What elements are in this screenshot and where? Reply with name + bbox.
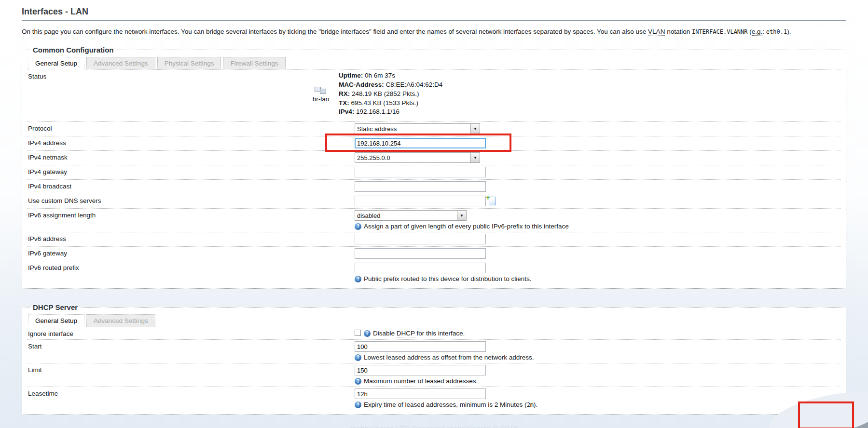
device-block: br-lan xyxy=(307,86,335,103)
help-icon: ? xyxy=(364,330,371,337)
ipv4-netmask-selected-value: 255.255.0.0 xyxy=(355,154,470,161)
help-icon: ? xyxy=(355,401,361,408)
dhcp-leasetime-help: Expiry time of leased addresses, minimum… xyxy=(364,401,537,408)
help-text: Disable xyxy=(373,330,397,337)
dhcp-limit-label: Limit xyxy=(28,365,355,374)
protocol-select[interactable]: Static address ▼ xyxy=(355,123,480,134)
custom-dns-input[interactable] xyxy=(355,196,486,206)
uptime-value: 0h 6m 37s xyxy=(365,72,395,79)
tab-advanced-settings[interactable]: Advanced Settings xyxy=(86,57,155,69)
tab-dhcp-advanced-settings[interactable]: Advanced Settings xyxy=(86,314,155,327)
custom-dns-label: Use custom DNS servers xyxy=(28,196,355,204)
ipv6-routed-prefix-input[interactable] xyxy=(355,263,486,273)
help-icon: ? xyxy=(355,354,361,361)
dhcp-leasetime-input[interactable] xyxy=(355,388,486,399)
chevron-down-icon[interactable]: ▼ xyxy=(470,153,480,162)
device-name: br-lan xyxy=(307,95,335,103)
desc-text: ). xyxy=(787,28,791,35)
chevron-down-icon[interactable]: ▼ xyxy=(457,211,466,220)
leasetime-mono: 2m xyxy=(527,401,534,408)
dhcp-start-help: Lowest leased address as offset from the… xyxy=(364,354,534,361)
help-icon: ? xyxy=(355,223,361,230)
ipv4-broadcast-label: IPv4 broadcast xyxy=(28,181,355,190)
chevron-down-icon[interactable]: ▼ xyxy=(470,124,480,134)
ipv4-broadcast-row: IPv4 broadcast xyxy=(27,180,841,194)
ignore-interface-help: Disable DHCP for this interface. xyxy=(373,330,465,337)
tab-dhcp-general-setup[interactable]: General Setup xyxy=(28,314,84,327)
dhcp-limit-row: Limit ?Maximum number of leased addresse… xyxy=(27,363,841,387)
desc-text: notation xyxy=(665,28,692,35)
ignore-interface-checkbox[interactable] xyxy=(355,330,361,336)
dhcp-abbr: DHCP xyxy=(397,330,415,337)
ipv6-assignment-label: IPv6 assignment length xyxy=(28,210,355,219)
ipv6-routed-prefix-row: IPv6 routed prefix ?Public prefix routed… xyxy=(27,261,841,284)
ipv6-assignment-selected-value: disabled xyxy=(355,212,457,219)
protocol-selected-value: Static address xyxy=(355,125,470,133)
ipv4-netmask-select[interactable]: 255.255.0.0 ▼ xyxy=(355,152,480,163)
ipv4-broadcast-input[interactable] xyxy=(355,181,486,192)
tab-physical-settings[interactable]: Physical Settings xyxy=(157,57,221,69)
tab-general-setup[interactable]: General Setup xyxy=(28,57,84,70)
desc-text: : xyxy=(762,28,766,35)
dhcp-leasetime-label: Leasetime xyxy=(28,388,355,397)
tab-firewall-settings[interactable]: Firewall Settings xyxy=(223,57,285,69)
ipv6-gateway-label: IPv6 gateway xyxy=(28,248,355,257)
ipv4-gateway-label: IPv4 gateway xyxy=(28,167,355,175)
ipv6-assignment-select[interactable]: disabled ▼ xyxy=(355,210,467,221)
help-text: Expiry time of leased addresses, minimum… xyxy=(364,401,527,408)
ipv6-gateway-row: IPv6 gateway xyxy=(27,247,841,261)
dhcp-start-label: Start xyxy=(28,341,355,350)
rx-value: 248.19 KB (2852 Pkts.) xyxy=(352,90,419,97)
add-entry-icon[interactable] xyxy=(489,197,496,205)
uptime-label: Uptime: xyxy=(339,72,363,79)
protocol-label: Protocol xyxy=(28,123,355,132)
ipv4-gateway-row: IPv4 gateway xyxy=(27,165,841,180)
ipv4-netmask-row: IPv4 netmask 255.255.0.0 ▼ xyxy=(27,151,841,165)
ipv6-address-input[interactable] xyxy=(355,234,486,244)
dhcp-start-input[interactable] xyxy=(355,341,486,352)
common-configuration-section: Common Configuration General Setup Advan… xyxy=(22,46,846,289)
ignore-interface-row: Ignore interface ? Disable DHCP for this… xyxy=(27,327,841,340)
desc-text: On this page you can configure the netwo… xyxy=(22,28,648,35)
ipv4-status-value: 192.168.1.1/16 xyxy=(356,108,400,115)
tx-value: 695.43 KB (1533 Pkts.) xyxy=(351,99,419,107)
ipv4-address-input[interactable] xyxy=(355,138,486,148)
ipv6-routed-prefix-label: IPv6 routed prefix xyxy=(28,263,355,271)
dhcp-server-section: DHCP Server General Setup Advanced Setti… xyxy=(22,303,846,415)
common-configuration-legend: Common Configuration xyxy=(30,46,116,54)
ipv4-gateway-input[interactable] xyxy=(355,167,486,177)
dhcp-leasetime-row: Leasetime ?Expiry time of leased address… xyxy=(27,387,841,410)
ipv6-gateway-input[interactable] xyxy=(355,248,486,259)
ipv6-assignment-help: Assign a part of given length of every p… xyxy=(364,223,569,230)
help-text: ). xyxy=(534,401,537,408)
ipv6-assignment-row: IPv6 assignment length disabled ▼ ?Assig… xyxy=(27,209,841,232)
status-row: Status br-lan Uptime: 0h 6m 37s MAC-Addr… xyxy=(27,70,841,122)
mac-value: C8:EE:A6:04:62:D4 xyxy=(386,81,443,88)
ipv4-status-label: IPv4: xyxy=(339,108,354,115)
dhcp-start-row: Start ?Lowest leased address as offset f… xyxy=(27,340,841,363)
status-info: Uptime: 0h 6m 37s MAC-Address: C8:EE:A6:… xyxy=(339,71,442,117)
eth01-code: eth0.1 xyxy=(766,28,787,35)
content-area: Interfaces - LAN On this page you can co… xyxy=(0,0,868,428)
dhcp-server-legend: DHCP Server xyxy=(30,303,81,311)
common-config-tabs: General Setup Advanced Settings Physical… xyxy=(27,57,841,70)
ipv6-address-row: IPv6 address xyxy=(27,232,841,247)
dhcp-limit-input[interactable] xyxy=(355,365,486,375)
help-icon: ? xyxy=(355,378,361,385)
vlan-abbr: VLAN xyxy=(648,28,665,36)
ipv6-address-label: IPv6 address xyxy=(28,234,355,242)
desc-text: ( xyxy=(748,28,752,35)
footer-text: technologies LTD Reserved technologies ©… xyxy=(0,424,868,428)
protocol-row: Protocol Static address ▼ xyxy=(27,122,841,136)
page-title: Interfaces - LAN xyxy=(22,5,846,21)
rx-label: RX: xyxy=(339,90,350,97)
custom-dns-row: Use custom DNS servers xyxy=(27,194,841,209)
dhcp-tabs: General Setup Advanced Settings xyxy=(27,314,841,327)
eg-abbr: e.g. xyxy=(752,28,763,36)
network-bridge-icon xyxy=(313,86,329,95)
ipv6-routed-prefix-help: Public prefix routed to this device for … xyxy=(364,275,531,282)
help-icon: ? xyxy=(355,276,361,282)
ipv4-address-row: IPv4 address xyxy=(27,136,841,151)
interface-vlannr-code: INTERFACE.VLANNR xyxy=(692,28,748,35)
status-label: Status xyxy=(28,71,307,80)
